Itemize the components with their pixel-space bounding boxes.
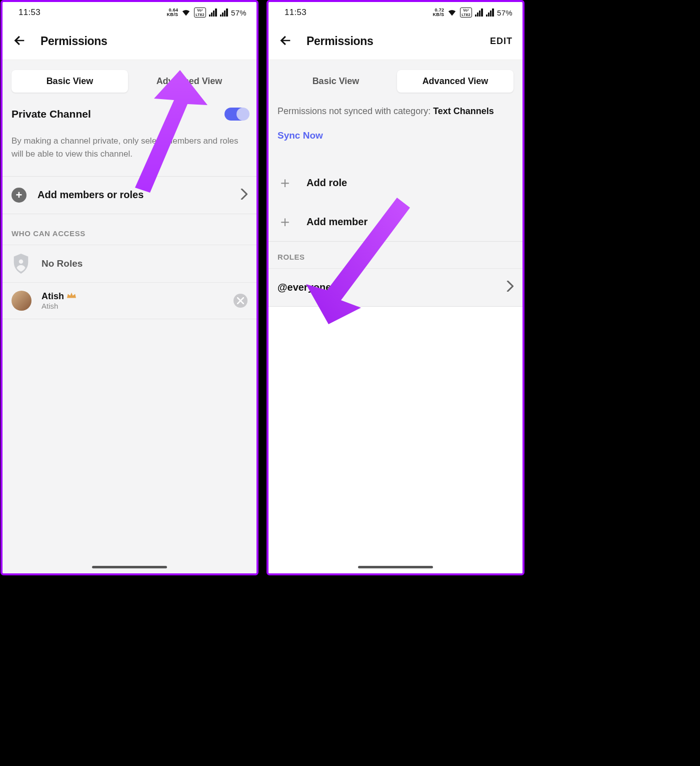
edit-button[interactable]: EDIT [490, 36, 512, 47]
add-role-label: Add role [306, 177, 347, 189]
plus-icon: ＋ [278, 175, 292, 190]
back-icon[interactable] [278, 34, 292, 50]
tab-basic-view[interactable]: Basic View [12, 70, 128, 93]
add-member-label: Add member [306, 216, 368, 228]
avatar [12, 291, 32, 311]
nav-bar-pill[interactable] [358, 566, 433, 568]
chevron-right-icon [506, 281, 514, 294]
no-roles-row: No Roles [2, 245, 256, 283]
private-channel-label: Private Channel [12, 108, 91, 120]
status-time: 11:53 [18, 8, 167, 18]
app-header: Permissions EDIT [268, 23, 522, 60]
phone-left: 11:53 0.64KB/S Vo¹LTE2 57% Permissions [0, 0, 258, 575]
status-battery: 57% [497, 9, 512, 17]
member-row[interactable]: Atish Atish [2, 283, 256, 319]
role-everyone-row[interactable]: @everyone [268, 268, 522, 307]
tab-basic-view[interactable]: Basic View [278, 70, 394, 93]
lte-badge-icon: Vo¹LTE2 [194, 8, 206, 18]
section-roles-label: ROLES [268, 242, 522, 268]
sync-status-text: Permissions not synced with category: Te… [278, 105, 514, 118]
body: Basic View Advanced View Private Channel… [2, 60, 256, 573]
section-who-can-access: WHO CAN ACCESS [2, 214, 256, 245]
signal-icon [220, 9, 228, 17]
wifi-icon [181, 9, 191, 17]
add-members-or-roles-button[interactable]: + Add members or roles [2, 176, 256, 214]
signal-icon [475, 9, 483, 17]
tab-advanced-view[interactable]: Advanced View [397, 70, 514, 93]
status-time: 11:53 [284, 8, 433, 18]
lte-badge-icon: Vo¹LTE2 [460, 8, 472, 18]
view-toggle: Basic View Advanced View [278, 70, 514, 93]
tab-advanced-view[interactable]: Advanced View [131, 70, 248, 93]
role-everyone-label: @everyone [278, 282, 331, 293]
member-name: Atish [42, 291, 76, 302]
remove-member-button[interactable] [234, 294, 248, 308]
crown-icon [67, 291, 76, 302]
svg-point-0 [19, 259, 24, 264]
status-bar: 11:53 0.64KB/S Vo¹LTE2 57% [2, 2, 256, 23]
body: Basic View Advanced View Permissions not… [268, 60, 522, 573]
page-title: Permissions [306, 35, 374, 48]
page-title: Permissions [40, 35, 108, 48]
private-channel-toggle[interactable] [224, 108, 248, 121]
status-kbs: 0.64KB/S [167, 8, 178, 17]
plus-icon: + [12, 188, 26, 203]
status-bar: 11:53 0.72KB/S Vo¹LTE2 57% [268, 2, 522, 23]
chevron-right-icon [240, 189, 248, 202]
add-member-button[interactable]: ＋ Add member [268, 202, 522, 241]
phone-right: 11:53 0.72KB/S Vo¹LTE2 57% Permissions E… [266, 0, 524, 575]
wifi-icon [447, 9, 457, 17]
add-members-label: Add members or roles [38, 189, 144, 201]
shield-icon [12, 254, 30, 273]
sync-now-button[interactable]: Sync Now [278, 130, 514, 141]
private-channel-description: By making a channel private, only select… [12, 135, 248, 161]
plus-icon: ＋ [278, 214, 292, 229]
status-kbs: 0.72KB/S [433, 8, 444, 17]
no-roles-label: No Roles [42, 258, 82, 269]
signal-icon [209, 9, 217, 17]
member-subtext: Atish [42, 302, 76, 310]
view-toggle: Basic View Advanced View [12, 70, 248, 93]
status-battery: 57% [231, 9, 246, 17]
nav-bar-pill[interactable] [92, 566, 167, 568]
app-header: Permissions [2, 23, 256, 60]
add-role-button[interactable]: ＋ Add role [268, 163, 522, 202]
back-icon[interactable] [12, 34, 26, 50]
signal-icon [486, 9, 494, 17]
